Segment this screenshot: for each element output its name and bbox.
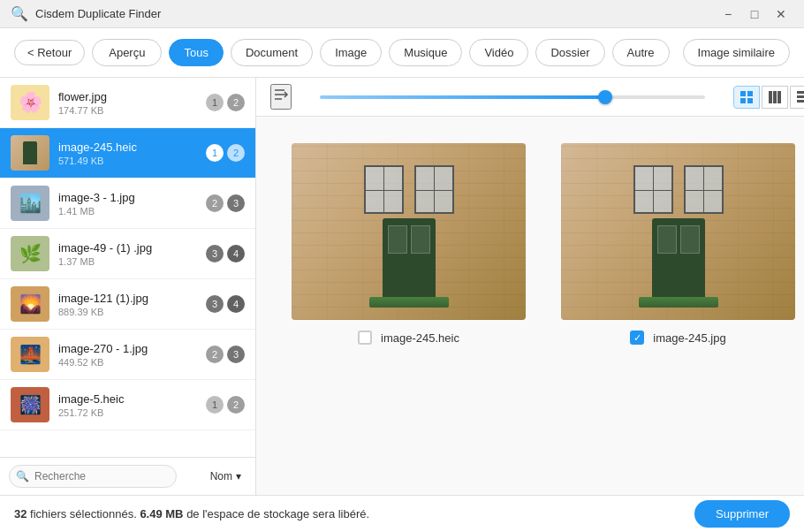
window-controls: − □ ✕ (716, 5, 793, 23)
list-item[interactable]: 🌿 image-49 - (1) .jpg 1.37 MB 3 4 (0, 229, 255, 279)
file-badges: 1 2 (206, 396, 245, 414)
close-button[interactable]: ✕ (769, 5, 793, 23)
svg-rect-3 (740, 91, 746, 96)
list-item[interactable]: 🏙️ image-3 - 1.jpg 1.41 MB 2 3 (0, 179, 255, 229)
file-name: image-49 - (1) .jpg (58, 241, 197, 255)
search-icon: 🔍 (16, 470, 29, 483)
preview-button[interactable]: Aperçu (92, 39, 162, 66)
list-item[interactable]: 🌉 image-270 - 1.jpg 449.52 KB 2 3 (0, 330, 255, 380)
image-filename-2: image-245.jpg (653, 331, 725, 345)
app-title-group: 🔍 Cisdem Duplicate Finder (11, 5, 161, 22)
sort-dropdown[interactable]: Nom ▾ (205, 467, 247, 486)
image-frame-2 (561, 143, 795, 320)
back-button[interactable]: < Retour (14, 40, 85, 65)
list-item[interactable]: 🌸 flower.jpg 174.77 KB 1 2 (0, 78, 255, 128)
file-thumbnail: 🌸 (11, 85, 49, 120)
image-caption-2: image-245.jpg (630, 331, 725, 345)
status-size: 6.49 MB (140, 507, 183, 521)
door-2 (652, 218, 705, 302)
filter-musique[interactable]: Musique (389, 39, 462, 66)
file-info: image-245.heic 571.49 KB (58, 141, 197, 166)
search-input[interactable] (9, 465, 177, 488)
badge-2: 3 (227, 346, 245, 363)
checkbox-1[interactable] (358, 331, 372, 345)
image-card-1: image-245.heic (292, 143, 526, 345)
badge-1: 1 (206, 396, 224, 414)
svg-rect-6 (747, 98, 753, 103)
window-left-1 (364, 165, 404, 214)
delete-button[interactable]: Supprimer (694, 500, 790, 528)
svg-rect-10 (797, 91, 804, 94)
image-caption-1: image-245.heic (358, 331, 459, 345)
zoom-slider-container (302, 95, 723, 99)
checkbox-2[interactable] (630, 331, 644, 345)
filter-autre[interactable]: Autre (612, 39, 670, 66)
list-item[interactable]: 🌄 image-121 (1).jpg 889.39 KB 3 4 (0, 279, 255, 330)
file-name: image-121 (1).jpg (58, 292, 197, 305)
badge-2: 2 (227, 144, 245, 162)
minimize-button[interactable]: − (716, 5, 740, 23)
file-name: image-5.heic (58, 392, 197, 406)
view-buttons (733, 86, 804, 109)
filter-video[interactable]: Vidéo (469, 39, 528, 66)
svg-rect-4 (747, 91, 753, 96)
file-size: 1.37 MB (58, 256, 197, 267)
zoom-slider[interactable] (320, 95, 705, 99)
badge-2: 2 (227, 94, 245, 111)
file-size: 174.77 KB (58, 105, 197, 116)
title-bar: 🔍 Cisdem Duplicate Finder − □ ✕ (0, 0, 804, 28)
svg-rect-12 (797, 100, 804, 103)
filter-dossier[interactable]: Dossier (535, 39, 604, 66)
sort-order-button[interactable] (270, 84, 292, 110)
file-thumbnail: 🏙️ (11, 186, 49, 221)
file-info: image-121 (1).jpg 889.39 KB (58, 292, 197, 317)
image-card-2: image-245.jpg (561, 143, 795, 345)
file-thumbnail: 🌿 (11, 236, 49, 271)
left-panel: 🌸 flower.jpg 174.77 KB 1 2 im (0, 78, 256, 495)
badge-1: 3 (206, 245, 224, 262)
main-content: 🌸 flower.jpg 174.77 KB 1 2 im (0, 78, 804, 495)
svg-rect-7 (769, 91, 772, 103)
svg-rect-9 (777, 91, 781, 103)
file-thumbnail: 🎆 (11, 387, 49, 422)
image-filename-1: image-245.heic (381, 331, 459, 345)
badge-1: 3 (206, 295, 224, 313)
filter-document[interactable]: Document (231, 39, 313, 66)
svg-rect-8 (773, 91, 777, 103)
file-badges: 1 2 (206, 144, 245, 162)
badge-1: 1 (206, 144, 224, 162)
window-row-1 (364, 165, 454, 214)
plants-1 (369, 297, 449, 308)
badge-1: 2 (206, 194, 224, 212)
list-view-button[interactable] (790, 86, 804, 109)
image-grid: image-245.heic im (256, 117, 804, 495)
file-badges: 2 3 (206, 346, 245, 363)
similar-image-button[interactable]: Image similaire (683, 39, 790, 66)
list-item[interactable]: 🎆 image-5.heic 251.72 KB 1 2 (0, 380, 255, 430)
file-info: image-5.heic 251.72 KB (58, 392, 197, 418)
list-item[interactable]: image-245.heic 571.49 KB 1 2 (0, 128, 255, 179)
search-bar: 🔍 Nom ▾ (0, 457, 255, 495)
plants-2 (639, 297, 718, 308)
app-title: Cisdem Duplicate Finder (35, 7, 161, 20)
status-bar: 32 fichiers sélectionnés. 6.49 MB de l'e… (0, 495, 804, 532)
badge-1: 2 (206, 346, 224, 363)
window-right-2 (684, 165, 724, 214)
grid-view-button[interactable] (733, 86, 760, 109)
chevron-down-icon: ▾ (236, 470, 241, 483)
file-size: 1.41 MB (58, 206, 197, 217)
right-toolbar (256, 78, 804, 117)
badge-2: 2 (227, 396, 245, 414)
file-badges: 3 4 (206, 245, 245, 262)
columns-view-button[interactable] (762, 86, 788, 109)
image-frame-1 (292, 143, 526, 320)
maximize-button[interactable]: □ (742, 5, 767, 23)
file-thumbnail: 🌄 (11, 286, 49, 322)
filter-image[interactable]: Image (320, 39, 382, 66)
file-size: 251.72 KB (58, 407, 197, 418)
window-left-2 (633, 165, 673, 214)
file-name: image-3 - 1.jpg (58, 191, 197, 204)
file-badges: 3 4 (206, 295, 245, 313)
filter-tous[interactable]: Tous (169, 39, 223, 66)
file-badges: 1 2 (206, 94, 245, 111)
